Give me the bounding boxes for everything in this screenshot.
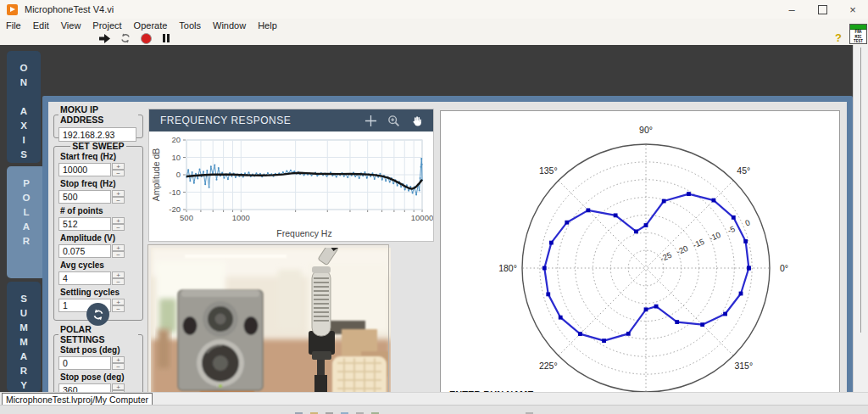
vi-icon[interactable]: FRA MIC TEST — [849, 24, 867, 44]
pause-icon — [163, 34, 170, 42]
front-panel-workspace: O N A X I SP O L A RS U M M A R Y MOKU I… — [0, 45, 853, 392]
tab-on-axis[interactable]: O N A X I S — [7, 51, 41, 163]
sweep-label: Start freq (Hz) — [60, 152, 138, 162]
svg-text:500: 500 — [180, 213, 193, 222]
vertical-scrollbar[interactable] — [853, 45, 868, 392]
tab-polar[interactable]: P O L A R — [7, 166, 46, 278]
svg-text:225°: 225° — [539, 361, 558, 371]
menu-view[interactable]: View — [55, 20, 87, 31]
set-sweep-group: SET SWEEP Start freq (Hz)10000+−Stop fre… — [53, 141, 143, 321]
svg-text:180°: 180° — [498, 263, 517, 273]
sweep-value-input[interactable]: 512 — [58, 217, 111, 231]
polar-tab-page: MOKU IP ADDRESS SET SWEEP Start freq (Hz… — [42, 96, 853, 414]
sweep-decrement-button[interactable]: − — [112, 251, 125, 258]
refresh-button[interactable] — [86, 303, 109, 326]
sweep-label: # of points — [60, 206, 138, 216]
polar-setting-increment-button[interactable]: + — [112, 356, 125, 363]
abort-button[interactable] — [139, 32, 153, 44]
sweep-decrement-button[interactable]: − — [112, 224, 125, 231]
title-bar: MicrophoneTest V4.vi – × — [0, 0, 868, 20]
polar-plot-card: 0°45°90°135°180°225°270°315°-25-20-15-10… — [440, 110, 840, 414]
run-continuous-icon — [120, 32, 131, 44]
moku-ip-legend: MOKU IP ADDRESS — [58, 104, 138, 125]
svg-text:-20: -20 — [675, 243, 689, 256]
sweep-field: Start freq (Hz)10000+− — [58, 152, 138, 176]
sweep-decrement-button[interactable]: − — [112, 170, 125, 176]
moku-ip-group: MOKU IP ADDRESS — [53, 104, 143, 138]
polar-setting-increment-button[interactable]: + — [112, 383, 125, 390]
svg-text:-20: -20 — [169, 204, 181, 214]
sweep-value-input[interactable]: 500 — [58, 190, 111, 204]
sweep-decrement-button[interactable]: − — [112, 197, 125, 204]
svg-text:45°: 45° — [737, 165, 750, 176]
sweep-spinner: +− — [112, 217, 125, 231]
svg-text:-10: -10 — [169, 187, 181, 197]
moku-ip-input[interactable] — [58, 127, 136, 142]
frequency-response-header: FREQUENCY RESPONSE — [149, 109, 433, 131]
run-continuous-button[interactable] — [119, 32, 132, 44]
svg-text:20: 20 — [171, 135, 181, 144]
sweep-fields: Start freq (Hz)10000+−Stop freq (Hz)500+… — [58, 152, 138, 312]
svg-text:10000: 10000 — [411, 213, 433, 222]
menu-help[interactable]: Help — [252, 20, 283, 31]
camera-scene — [151, 248, 391, 407]
frequency-response-panel: FREQUENCY RESPONSE 20100-10-205001000100… — [148, 109, 434, 242]
polar-setting-value-input[interactable]: 0 — [58, 356, 111, 370]
svg-text:0: 0 — [743, 217, 751, 227]
close-button[interactable]: × — [837, 0, 868, 19]
set-sweep-legend: SET SWEEP — [70, 141, 125, 151]
camera-feed — [148, 245, 388, 405]
svg-text:1000: 1000 — [232, 213, 250, 222]
sweep-decrement-button[interactable]: − — [112, 278, 125, 285]
sweep-field: Amplitude (V)0.075+− — [58, 233, 138, 258]
minimize-button[interactable]: – — [776, 0, 807, 19]
polar-setting-label: Start pos (deg) — [60, 345, 138, 355]
sweep-value-input[interactable]: 10000 — [58, 163, 111, 176]
sweep-increment-button[interactable]: + — [112, 299, 125, 305]
context-help-icon[interactable]: ? — [835, 31, 842, 44]
sweep-field: # of points512+− — [58, 206, 138, 231]
pause-button[interactable] — [159, 32, 173, 44]
frequency-response-chart[interactable]: 20100-10-20500100010000Frequency HzAmpli… — [149, 131, 433, 241]
menu-project[interactable]: Project — [86, 20, 127, 31]
polar-setting-spinner: +− — [112, 356, 125, 370]
menu-edit[interactable]: Edit — [27, 20, 55, 31]
sweep-increment-button[interactable]: + — [112, 244, 125, 251]
sweep-increment-button[interactable]: + — [112, 190, 125, 197]
run-button[interactable] — [97, 32, 111, 44]
sweep-spinner: +− — [112, 244, 125, 258]
svg-text:-10: -10 — [708, 230, 722, 243]
sweep-field: Stop freq (Hz)500+− — [58, 179, 138, 204]
sweep-label: Avg cycles — [60, 260, 138, 271]
sweep-increment-button[interactable]: + — [112, 217, 125, 224]
sweep-value-input[interactable]: 4 — [58, 271, 111, 285]
window-controls: – × — [776, 0, 868, 19]
menu-window[interactable]: Window — [207, 20, 252, 31]
sweep-value-input[interactable]: 0.075 — [58, 244, 111, 258]
sweep-spinner: +− — [112, 299, 125, 312]
polar-setting-decrement-button[interactable]: − — [112, 363, 125, 370]
menu-tools[interactable]: Tools — [173, 20, 207, 31]
svg-text:Frequency Hz: Frequency Hz — [276, 228, 331, 238]
sweep-increment-button[interactable]: + — [112, 271, 125, 278]
sweep-spinner: +− — [112, 163, 125, 176]
svg-text:-15: -15 — [692, 237, 706, 249]
menu-bar: FileEditViewProjectOperateToolsWindowHel… — [0, 19, 868, 31]
maximize-button[interactable] — [807, 0, 837, 19]
pan-hand-icon[interactable] — [410, 115, 423, 127]
polar-pattern-chart[interactable]: 0°45°90°135°180°225°270°315°-25-20-15-10… — [441, 111, 839, 414]
window-title: MicrophoneTest V4.vi — [25, 4, 114, 14]
sweep-label: Settling cycles — [60, 288, 138, 298]
menu-operate[interactable]: Operate — [128, 20, 174, 31]
sweep-decrement-button[interactable]: − — [112, 305, 125, 312]
labview-window: MicrophoneTest V4.vi – × FileEditViewPro… — [0, 0, 868, 414]
scrollbar-groove — [860, 48, 861, 333]
zoom-icon[interactable] — [387, 115, 400, 127]
menu-file[interactable]: File — [0, 20, 27, 31]
tab-summary[interactable]: S U M M A R Y — [7, 282, 41, 392]
sweep-spinner: +− — [112, 271, 125, 285]
svg-text:-25: -25 — [659, 250, 673, 263]
svg-text:90°: 90° — [639, 125, 653, 135]
cursor-crosshair-icon[interactable] — [364, 115, 377, 127]
sweep-increment-button[interactable]: + — [112, 163, 125, 170]
